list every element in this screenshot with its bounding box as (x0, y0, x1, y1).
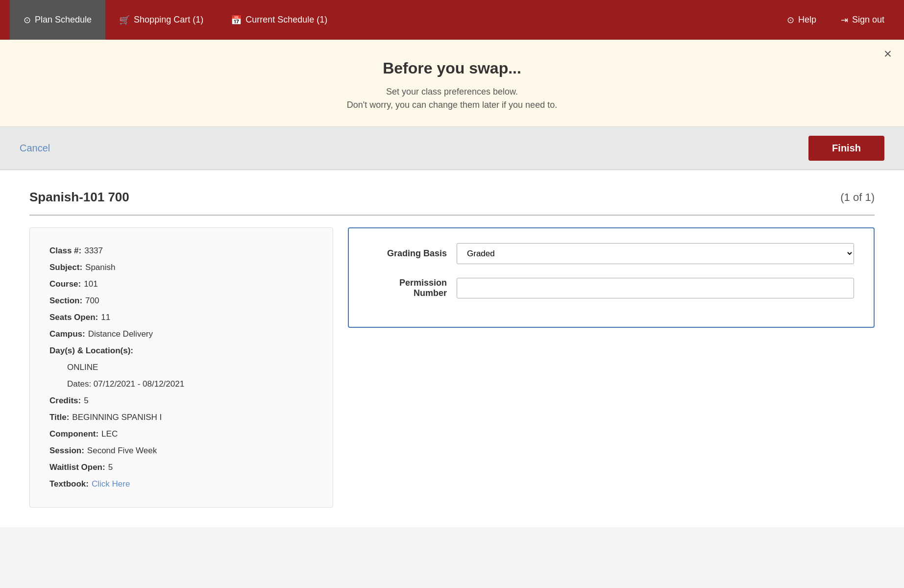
location-section: ONLINE Dates: 07/12/2021 - 08/12/2021 (49, 359, 313, 392)
class-info-box: Class #: 3337 Subject: Spanish Course: 1… (29, 227, 333, 508)
nav-sign-out-label: Sign out (852, 15, 884, 25)
nav-shopping-cart-label: Shopping Cart (1) (134, 15, 203, 25)
dates-value: Dates: 07/12/2021 - 08/12/2021 (67, 376, 313, 392)
action-bar: Cancel Finish (0, 127, 904, 170)
component-value: LEC (101, 426, 118, 442)
nav-shopping-cart[interactable]: 🛒 Shopping Cart (1) (105, 0, 217, 40)
location-value: ONLINE (67, 359, 313, 376)
main-content: × Before you swap... Set your class pref… (0, 40, 904, 527)
navbar: ⊙ Plan Schedule 🛒 Shopping Cart (1) 📅 Cu… (0, 0, 904, 40)
nav-help[interactable]: ⊙ Help (777, 0, 826, 40)
modal-title: Before you swap... (10, 59, 894, 77)
modal-banner: × Before you swap... Set your class pref… (0, 40, 904, 127)
permission-number-input[interactable] (457, 278, 854, 298)
class-divider (29, 215, 875, 216)
plan-schedule-icon: ⊙ (24, 15, 31, 25)
nav-current-schedule-label: Current Schedule (1) (245, 15, 327, 25)
nav-left: ⊙ Plan Schedule 🛒 Shopping Cart (1) 📅 Cu… (10, 0, 341, 40)
cancel-button[interactable]: Cancel (20, 143, 50, 154)
class-header: Spanish-101 700 (1 of 1) (29, 190, 875, 205)
field-textbook: Textbook: Click Here (49, 476, 313, 492)
subject-value: Spanish (85, 259, 115, 276)
field-session: Session: Second Five Week (49, 442, 313, 459)
nav-plan-schedule[interactable]: ⊙ Plan Schedule (10, 0, 105, 40)
nav-current-schedule[interactable]: 📅 Current Schedule (1) (217, 0, 341, 40)
field-section: Section: 700 (49, 293, 313, 309)
close-button[interactable]: × (884, 47, 892, 61)
field-seats-open: Seats Open: 11 (49, 309, 313, 326)
seats-open-value: 11 (101, 309, 110, 326)
field-course: Course: 101 (49, 276, 313, 293)
main-section: Spanish-101 700 (1 of 1) Class #: 3337 S… (0, 170, 904, 527)
class-details-wrapper: Class #: 3337 Subject: Spanish Course: 1… (29, 227, 875, 508)
shopping-cart-icon: 🛒 (119, 15, 130, 25)
textbook-link[interactable]: Click Here (92, 476, 130, 492)
permission-number-label: PermissionNumber (368, 278, 447, 298)
section-value: 700 (85, 293, 99, 309)
field-campus: Campus: Distance Delivery (49, 326, 313, 343)
field-waitlist: Waitlist Open: 5 (49, 459, 313, 476)
nav-right: ⊙ Help ⇥ Sign out (777, 0, 894, 40)
nav-plan-schedule-label: Plan Schedule (35, 15, 92, 25)
credits-value: 5 (84, 392, 88, 409)
campus-value: Distance Delivery (88, 326, 153, 343)
sign-out-icon: ⇥ (841, 15, 848, 25)
class-number-value: 3337 (84, 243, 103, 259)
grading-basis-select[interactable]: Graded Pass/No Pass Audit (457, 243, 854, 264)
class-title: Spanish-101 700 (29, 190, 129, 205)
grading-basis-label: Grading Basis (368, 248, 447, 259)
nav-help-label: Help (798, 15, 816, 25)
field-subject: Subject: Spanish (49, 259, 313, 276)
field-title: Title: BEGINNING SPANISH I (49, 409, 313, 426)
field-days-locations: Day(s) & Location(s): (49, 343, 313, 359)
field-credits: Credits: 5 (49, 392, 313, 409)
modal-subtitle2: Don't worry, you can change them later i… (10, 98, 894, 112)
preferences-box: Grading Basis Graded Pass/No Pass Audit … (348, 227, 875, 328)
field-class-number: Class #: 3337 (49, 243, 313, 259)
waitlist-value: 5 (108, 459, 113, 476)
nav-sign-out[interactable]: ⇥ Sign out (831, 0, 894, 40)
session-value: Second Five Week (87, 442, 157, 459)
course-value: 101 (84, 276, 98, 293)
title-course-value: BEGINNING SPANISH I (72, 409, 162, 426)
grading-basis-row: Grading Basis Graded Pass/No Pass Audit (368, 243, 854, 264)
finish-button[interactable]: Finish (808, 136, 884, 161)
permission-number-row: PermissionNumber (368, 278, 854, 298)
help-icon: ⊙ (787, 15, 794, 25)
class-count: (1 of 1) (840, 191, 875, 204)
modal-subtitle1: Set your class preferences below. (10, 85, 894, 98)
field-component: Component: LEC (49, 426, 313, 442)
current-schedule-icon: 📅 (231, 15, 242, 25)
